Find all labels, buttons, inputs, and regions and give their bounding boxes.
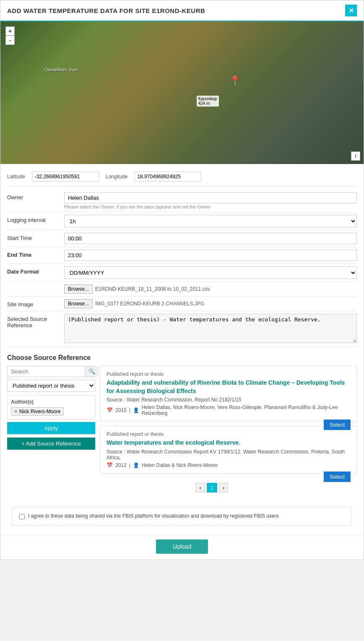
calendar-icon-1: 📅 <box>107 407 113 413</box>
csv-filename: E1ROND-KEURB_18_11_2008 to 10_02_2011.cs… <box>95 286 210 292</box>
longitude-input[interactable] <box>134 172 201 182</box>
map-image <box>0 21 364 164</box>
person-icon-2: 👤 <box>133 462 139 468</box>
person-icon-1: 👤 <box>133 407 139 413</box>
logging-select[interactable]: 1h 30min 15min 10min 5min 1min <box>64 215 357 227</box>
map-marker: 📍 <box>229 76 241 86</box>
date-format-row: Date Format DD/MM/YYYY MM/DD/YYYY YYYY/M… <box>7 264 357 282</box>
zoom-in-button[interactable]: + <box>5 26 15 36</box>
search-row: 🔍 <box>7 366 95 377</box>
date-format-label: Date Format <box>7 266 57 275</box>
source-card-2-meta: 📅 2012 | 👤 Helen Dallas & Nick Rivers-Mo… <box>107 462 351 468</box>
source-type-select[interactable]: Published report or thesis Journal artic… <box>7 380 95 392</box>
owner-hint: Please select the Owner, if you are the … <box>64 204 357 209</box>
add-source-button[interactable]: + Add Source Reference <box>7 438 95 450</box>
pagination-page-1[interactable]: 1 <box>207 483 217 492</box>
search-icon: 🔍 <box>88 368 96 375</box>
site-image-browse-button[interactable]: Browse... <box>64 299 93 308</box>
source-ref-row: Selected Source Reference (Published rep… <box>7 311 357 347</box>
choose-source-title: Choose Source Reference <box>7 354 357 362</box>
site-image-file-row: Browse... IMG_0377 E1ROND-KEURB 2 CHANNE… <box>64 299 357 308</box>
calendar-icon-2: 📅 <box>107 462 113 468</box>
choose-source-section: Choose Source Reference 🔍 Published repo… <box>7 354 357 503</box>
end-time-row: End Time <box>7 247 357 264</box>
owner-input[interactable] <box>64 192 357 203</box>
authors-box: Author(s) ✕ Nick Rivers-Moore <box>7 395 95 420</box>
source-filter-panel: 🔍 Published report or thesis Journal art… <box>7 366 95 496</box>
coordinates-row: Latitude Longitude <box>7 169 357 186</box>
start-time-control <box>64 233 357 244</box>
logging-control: 1h 30min 15min 10min 5min 1min <box>64 215 357 227</box>
source-ref-textarea[interactable]: (Published report or thesis) - Water tem… <box>64 314 357 343</box>
csv-row: Browse... E1ROND-KEURB_18_11_2008 to 10_… <box>7 282 357 297</box>
pagination-prev[interactable]: ‹ <box>195 483 205 492</box>
map-zoom-controls: + - <box>5 26 15 45</box>
pagination: ‹ 1 › <box>100 478 324 496</box>
source-card-2-year: 2012 <box>115 462 127 468</box>
logging-row: Logging interval 1h 30min 15min 10min 5m… <box>7 212 357 230</box>
agree-row: I agree to these data being shared via t… <box>12 507 352 526</box>
map-container: + - Clanwilliam Dam 📍 Kanonkop424 m i <box>0 21 364 164</box>
map-mountain-label: Kanonkop424 m <box>197 96 219 107</box>
start-time-row: Start Time <box>7 230 357 247</box>
source-card-2-title[interactable]: Water temperatures and the ecological Re… <box>107 439 351 447</box>
agree-checkbox[interactable] <box>19 514 25 519</box>
source-card-1-title[interactable]: Adaptability and vulnerability of Riveri… <box>107 379 351 395</box>
start-time-label: Start Time <box>7 233 57 241</box>
zoom-out-button[interactable]: - <box>5 36 15 45</box>
choose-source-container: 🔍 Published report or thesis Journal art… <box>7 366 357 503</box>
source-ref-label: Selected Source Reference <box>7 314 57 328</box>
map-info-button[interactable]: i <box>351 151 360 161</box>
author-name: Nick Rivers-Moore <box>19 409 61 414</box>
authors-label: Author(s) <box>11 399 91 405</box>
csv-label <box>7 284 57 287</box>
date-format-control: DD/MM/YYYY MM/DD/YYYY YYYY/MM/DD <box>64 266 357 279</box>
author-remove-button[interactable]: ✕ <box>14 409 18 414</box>
source-card-1-authors: Helen Dallas, Nick Rivers-Moore, Vere Ro… <box>142 404 351 416</box>
modal-title: ADD WATER TEMPERATURE DATA FOR SITE E1RO… <box>7 7 205 14</box>
source-card-2-authors: Helen Dallas & Nick Rivers-Moore <box>142 462 218 468</box>
end-time-label: End Time <box>7 250 57 258</box>
source-card-2-source: Source : Water Research Commission Repor… <box>107 449 351 461</box>
owner-label: Owner <box>7 192 57 201</box>
source-card-1-type: Published report or thesis <box>107 371 351 377</box>
site-image-control: Browse... IMG_0377 E1ROND-KEURB 2 CHANNE… <box>64 299 357 308</box>
close-button[interactable]: ✕ <box>345 5 357 16</box>
latitude-label: Latitude <box>7 174 25 180</box>
source-ref-control: (Published report or thesis) - Water tem… <box>64 314 357 344</box>
pagination-next[interactable]: › <box>219 483 228 492</box>
map-location-label: Clanwilliam Dam <box>44 67 78 72</box>
source-card-2: Published report or thesis Water tempera… <box>100 426 357 474</box>
source-card-1-select-button[interactable]: Select <box>324 420 351 430</box>
author-tag: ✕ Nick Rivers-Moore <box>11 407 64 416</box>
search-input[interactable] <box>8 366 85 377</box>
site-image-filename: IMG_0377 E1ROND-KEURB 2 CHANNELS.JPG <box>95 301 204 307</box>
logging-label: Logging interval <box>7 215 57 223</box>
source-card-1-year: 2015 <box>115 407 127 413</box>
site-image-label: Site Image <box>7 299 57 307</box>
longitude-label: Longitude <box>106 174 128 180</box>
end-time-control <box>64 250 357 261</box>
site-image-row: Site Image Browse... IMG_0377 E1ROND-KEU… <box>7 297 357 311</box>
date-format-select[interactable]: DD/MM/YYYY MM/DD/YYYY YYYY/MM/DD <box>64 266 357 279</box>
owner-control: Please select the Owner, if you are the … <box>64 192 357 209</box>
source-card-2-select-button[interactable]: Select <box>324 472 351 482</box>
search-button[interactable]: 🔍 <box>85 366 99 377</box>
csv-control: Browse... E1ROND-KEURB_18_11_2008 to 10_… <box>64 284 357 294</box>
start-time-input[interactable] <box>64 233 357 244</box>
source-card-1-source: Source : Water Research Commission. Repo… <box>107 397 351 403</box>
source-card-2-type: Published report or thesis <box>107 431 351 437</box>
end-time-input[interactable] <box>64 250 357 261</box>
upload-button[interactable]: Upload <box>156 539 208 554</box>
source-card-1-meta: 📅 2015 | 👤 Helen Dallas, Nick Rivers-Moo… <box>107 404 351 416</box>
source-card-1: Published report or thesis Adaptability … <box>100 366 357 422</box>
latitude-input[interactable] <box>32 172 99 182</box>
csv-file-row: Browse... E1ROND-KEURB_18_11_2008 to 10_… <box>64 284 357 294</box>
agree-label: I agree to these data being shared via t… <box>28 513 279 519</box>
owner-row: Owner Please select the Owner, if you ar… <box>7 190 357 212</box>
source-results-panel: Published report or thesis Adaptability … <box>100 366 357 496</box>
apply-button[interactable]: Apply <box>7 422 95 434</box>
upload-row: Upload <box>0 535 364 560</box>
csv-browse-button[interactable]: Browse... <box>64 284 93 294</box>
